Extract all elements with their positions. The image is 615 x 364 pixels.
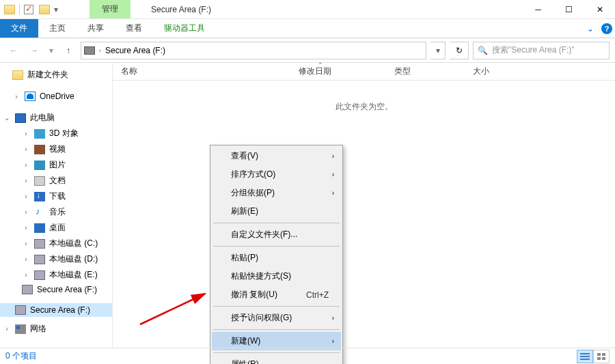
search-placeholder: 搜索"Secure Area (F:)" [492, 44, 575, 56]
sidebar-item-drive-c[interactable]: ›本地磁盘 (C:) [0, 236, 112, 251]
sidebar-item-3d-objects[interactable]: ›3D 对象 [0, 126, 112, 141]
menu-separator [213, 223, 340, 223]
address-dropdown-button[interactable]: ▾ [430, 42, 446, 59]
chevron-right-icon: › [332, 314, 334, 322]
contextual-tab-manage[interactable]: 管理 [90, 0, 131, 18]
chevron-right-icon: › [332, 171, 334, 178]
maximize-button[interactable]: ☐ [554, 0, 584, 19]
nav-forward-button: → [26, 42, 42, 59]
sidebar-item-secure-area-f[interactable]: Secure Area (F:) [0, 283, 112, 296]
qat-folder-icon[interactable] [39, 5, 50, 14]
svg-rect-4 [580, 359, 590, 360]
search-icon: 🔍 [478, 46, 488, 55]
address-text[interactable]: Secure Area (F:) [105, 46, 165, 55]
svg-rect-2 [580, 353, 590, 354]
svg-rect-3 [580, 356, 590, 357]
svg-rect-5 [597, 353, 601, 356]
icons-view-icon [597, 352, 606, 361]
tab-file[interactable]: 文件 [0, 19, 38, 38]
address-chevron-icon[interactable]: › [99, 47, 101, 54]
context-menu: 查看(V)› 排序方式(O)› 分组依据(P)› 刷新(E) 自定义文件夹(F)… [210, 145, 343, 364]
ctx-grant-access[interactable]: 授予访问权限(G)› [212, 309, 341, 327]
sidebar-item-drive-d[interactable]: ›本地磁盘 (D:) [0, 251, 112, 267]
tab-share[interactable]: 共享 [77, 19, 115, 38]
status-bar: 0 个项目 [0, 348, 615, 364]
search-input[interactable]: 🔍 搜索"Secure Area (F:)" [473, 42, 610, 59]
ctx-paste-shortcut[interactable]: 粘贴快捷方式(S) [212, 267, 341, 285]
sidebar-item-drive-e[interactable]: ›本地磁盘 (E:) [0, 267, 112, 283]
menu-separator [213, 329, 340, 330]
minimize-button[interactable]: ─ [523, 0, 554, 19]
menu-separator [213, 306, 340, 307]
chevron-right-icon: › [332, 337, 334, 345]
close-button[interactable]: ✕ [584, 0, 615, 19]
view-icons-button[interactable] [593, 350, 610, 363]
tab-drive-tools[interactable]: 驱动器工具 [153, 19, 216, 38]
column-name[interactable]: 名称 [113, 66, 290, 77]
nav-up-button[interactable]: ↑ [60, 42, 77, 59]
qat-dropdown-icon[interactable]: ▾ [54, 5, 58, 14]
nav-back-button[interactable]: ← [5, 42, 22, 59]
tab-view[interactable]: 查看 [115, 19, 153, 38]
sidebar-item-network[interactable]: ›网络 [0, 321, 112, 337]
file-list-area[interactable]: ⌃ 名称 修改日期 类型 大小 此文件夹为空。 [113, 63, 615, 348]
svg-rect-8 [602, 357, 605, 360]
app-icon [4, 5, 15, 14]
sidebar-item-videos[interactable]: ›视频 [0, 141, 112, 157]
details-view-icon [580, 352, 590, 361]
drive-icon [84, 46, 95, 55]
column-size[interactable]: 大小 [465, 66, 526, 77]
ctx-sort[interactable]: 排序方式(O)› [212, 165, 341, 184]
navigation-pane[interactable]: 新建文件夹 ›OneDrive ⌄此电脑 ›3D 对象 ›视频 ›图片 ›文档 … [0, 63, 113, 348]
sort-indicator-icon: ⌃ [318, 61, 323, 68]
sidebar-item-onedrive[interactable]: ›OneDrive [0, 89, 112, 103]
nav-recent-dropdown[interactable]: ▾ [46, 42, 56, 59]
chevron-right-icon: › [332, 152, 334, 160]
column-date[interactable]: 修改日期 [290, 66, 386, 77]
ctx-refresh[interactable]: 刷新(E) [212, 202, 341, 221]
column-type[interactable]: 类型 [386, 66, 465, 77]
window-title: Secure Area (F:) [151, 5, 211, 14]
empty-folder-message: 此文件夹为空。 [113, 101, 615, 113]
view-details-button[interactable] [577, 350, 593, 363]
column-headers: 名称 修改日期 类型 大小 [113, 63, 615, 81]
sidebar-item-desktop[interactable]: ›桌面 [0, 220, 112, 236]
qat-checkbox-icon[interactable] [24, 5, 33, 14]
status-item-count: 0 个项目 [5, 350, 37, 362]
svg-rect-7 [597, 357, 601, 360]
sidebar-item-pictures[interactable]: ›图片 [0, 157, 112, 173]
ctx-view[interactable]: 查看(V)› [212, 147, 341, 165]
sidebar-item-secure-area-f-current[interactable]: Secure Area (F:) [0, 303, 112, 317]
sidebar-item-music[interactable]: ›音乐 [0, 204, 112, 220]
ctx-undo[interactable]: 撤消 复制(U)Ctrl+Z [212, 285, 341, 304]
address-bar[interactable]: › Secure Area (F:) [81, 42, 426, 59]
sidebar-item-documents[interactable]: ›文档 [0, 173, 112, 188]
sidebar-item-this-pc[interactable]: ⌄此电脑 [0, 110, 112, 126]
ctx-group[interactable]: 分组依据(P)› [212, 184, 341, 202]
ctx-paste[interactable]: 粘贴(P) [212, 249, 341, 267]
sidebar-item-downloads[interactable]: ›下载 [0, 188, 112, 204]
sidebar-item-new-folder[interactable]: 新建文件夹 [0, 67, 112, 83]
ctx-customize[interactable]: 自定义文件夹(F)... [212, 225, 341, 244]
tab-home[interactable]: 主页 [38, 19, 77, 38]
ribbon-expand-icon[interactable]: ⌄ [582, 19, 599, 38]
help-button[interactable]: ? [599, 19, 615, 38]
chevron-right-icon: › [332, 189, 334, 197]
menu-separator [213, 246, 340, 247]
refresh-button[interactable]: ↻ [450, 42, 469, 59]
quick-access-toolbar: ▾ [0, 4, 62, 15]
svg-rect-6 [602, 353, 605, 356]
